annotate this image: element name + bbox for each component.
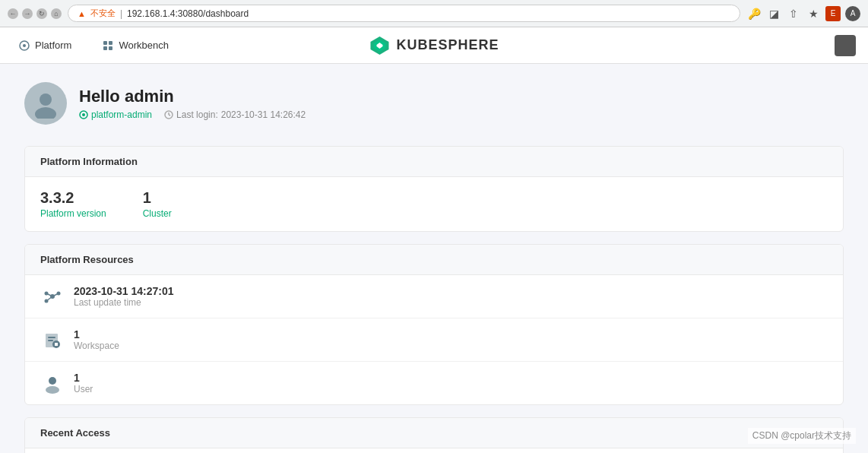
update-time-info: 2023-10-31 14:27:01 Last update time — [74, 285, 174, 308]
browser-chrome: ← → ↻ ⌂ ▲ 不安全 | 192.168.1.4:30880/dashbo… — [0, 0, 868, 27]
workspace-label: Workspace — [74, 341, 119, 351]
workbench-nav-item[interactable]: Workbench — [96, 36, 175, 55]
address-bar[interactable]: ▲ 不安全 | 192.168.1.4:30880/dashboard — [68, 5, 740, 22]
platform-nav-item[interactable]: Platform — [12, 36, 78, 55]
user-avatar — [24, 82, 67, 125]
user-label: User — [74, 384, 93, 394]
workspace-value: 1 — [74, 328, 119, 341]
svg-rect-3 — [109, 41, 112, 45]
greeting: Hello admin — [79, 87, 306, 106]
profile-icon[interactable]: A — [845, 6, 860, 21]
workspace-row: 1 Workspace — [25, 318, 843, 362]
recent-access-section: Recent Access No Recently Accessed Resou… — [24, 417, 844, 453]
home-button[interactable]: ⌂ — [51, 8, 62, 19]
svg-point-10 — [35, 107, 56, 119]
extension-icon[interactable]: E — [825, 6, 841, 21]
url-text: 192.168.1.4:30880/dashboard — [127, 8, 249, 19]
workspace-icon — [40, 328, 65, 352]
bookmark-icon[interactable]: ★ — [806, 6, 821, 21]
nav-left: Platform Workbench — [12, 36, 175, 55]
forward-button[interactable]: → — [22, 8, 33, 19]
svg-line-15 — [169, 115, 170, 116]
svg-point-29 — [46, 386, 59, 394]
user-row: 1 User — [25, 362, 843, 404]
browser-actions: 🔑 ◪ ⇧ ★ E A — [746, 6, 860, 21]
cluster-stat: 1 Cluster — [143, 189, 172, 219]
welcome-text: Hello admin platform-admin Last login — [79, 87, 306, 120]
user-info: 1 User — [74, 372, 93, 394]
platform-resources-section: Platform Resources 2023-10-31 14:27:01 L… — [24, 244, 844, 405]
platform-version-label: Platform version — [40, 208, 106, 219]
platform-resources-header: Platform Resources — [25, 245, 843, 275]
user-role: platform-admin — [79, 109, 152, 120]
svg-rect-25 — [48, 340, 53, 341]
user-value: 1 — [74, 372, 93, 384]
nav-right — [835, 35, 856, 56]
svg-rect-27 — [55, 343, 58, 346]
last-login: Last login: 2023-10-31 14:26:42 — [164, 109, 306, 120]
platform-version-value: 3.3.2 — [40, 189, 106, 207]
last-login-time: 2023-10-31 14:26:42 — [221, 109, 306, 120]
svg-point-1 — [23, 44, 26, 47]
platform-icon — [18, 40, 30, 52]
svg-rect-2 — [103, 41, 107, 45]
svg-point-28 — [49, 377, 56, 385]
browser-toolbar: ← → ↻ ⌂ ▲ 不安全 | 192.168.1.4:30880/dashbo… — [0, 0, 868, 27]
role-icon — [79, 110, 88, 119]
back-button[interactable]: ← — [8, 8, 18, 19]
role-text: platform-admin — [91, 109, 152, 120]
browser-nav-buttons: ← → ↻ ⌂ — [8, 8, 62, 19]
workbench-label: Workbench — [119, 40, 169, 51]
platform-info-row: 3.3.2 Platform version 1 Cluster — [40, 189, 828, 219]
cast-icon[interactable]: ◪ — [766, 6, 781, 21]
platform-label: Platform — [35, 40, 71, 51]
svg-point-12 — [82, 113, 85, 116]
clock-icon — [164, 110, 173, 119]
svg-rect-5 — [109, 46, 112, 50]
logo-text: KUBESPHERE — [396, 37, 499, 53]
workbench-icon — [102, 40, 114, 52]
svg-rect-4 — [103, 46, 107, 50]
recent-access-header: Recent Access — [25, 418, 843, 448]
app-logo: KUBESPHERE — [369, 35, 499, 56]
user-icon — [40, 371, 65, 395]
platform-information-section: Platform Information 3.3.2 Platform vers… — [24, 146, 844, 232]
app-header: Platform Workbench KUBESPHERE — [0, 27, 868, 64]
user-menu-avatar[interactable] — [835, 35, 856, 56]
security-warning: ▲ — [78, 9, 86, 18]
platform-version-stat: 3.3.2 Platform version — [40, 189, 106, 219]
svg-rect-24 — [48, 337, 55, 338]
welcome-section: Hello admin platform-admin Last login — [24, 82, 844, 125]
last-login-label: Last login: — [176, 109, 218, 120]
update-time-label: Last update time — [74, 297, 174, 308]
platform-information-content: 3.3.2 Platform version 1 Cluster — [25, 177, 843, 231]
cluster-label: Cluster — [143, 208, 172, 219]
key-icon[interactable]: 🔑 — [746, 6, 762, 21]
reload-button[interactable]: ↻ — [36, 8, 47, 19]
cluster-value: 1 — [143, 189, 172, 207]
platform-information-header: Platform Information — [25, 147, 843, 177]
watermark: CSDN @cpolar技术支持 — [748, 428, 856, 444]
main-content: Hello admin platform-admin Last login — [0, 64, 868, 453]
update-time-row: 2023-10-31 14:27:01 Last update time — [25, 275, 843, 318]
svg-point-9 — [40, 93, 52, 106]
svg-line-22 — [46, 296, 52, 301]
network-icon — [40, 284, 65, 309]
share-icon[interactable]: ⇧ — [786, 6, 801, 21]
update-time-value: 2023-10-31 14:27:01 — [74, 285, 174, 297]
recent-access-content: No Recently Accessed Resource Found You … — [25, 448, 843, 453]
security-warning-text: 不安全 — [90, 8, 116, 19]
welcome-meta: platform-admin Last login: 2023-10-31 14… — [79, 109, 306, 120]
workspace-info: 1 Workspace — [74, 328, 119, 351]
